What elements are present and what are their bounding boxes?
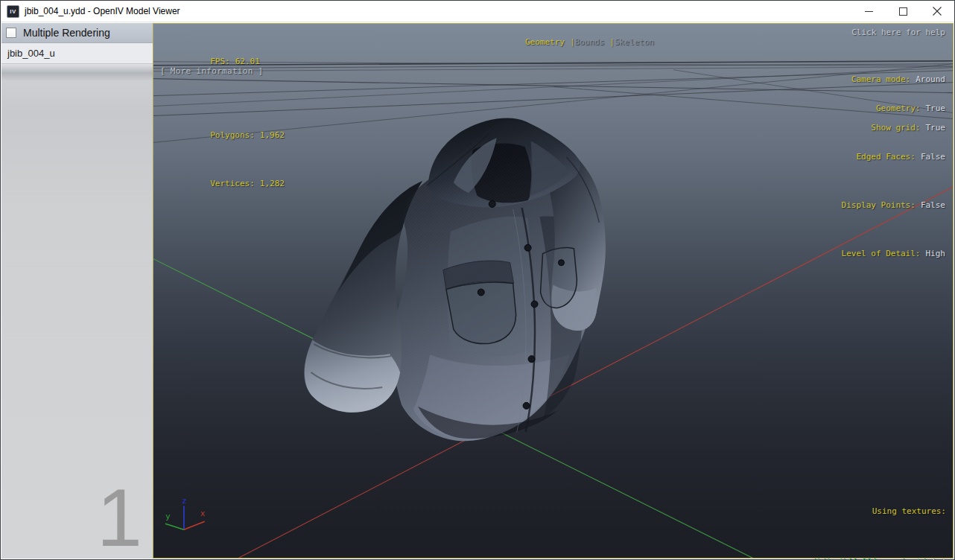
model-sidebar: Multiple Rendering jbib_004_u 1 [1,23,153,559]
display-points-label: Display Points: [842,200,916,210]
maximize-icon [899,7,907,16]
view-mode-tabs: Geometry|Bounds|Skeleton [486,28,654,57]
model-item-label: jbib_004_u [7,48,55,59]
close-icon [933,7,942,16]
minimize-button[interactable] [851,1,886,22]
sidebar-gradient-band [1,64,153,80]
vertices-value: 1,282 [260,179,285,188]
polygons-value: 1,962 [260,130,285,140]
fps-value: 62.01 [235,57,260,66]
display-points-value: False [921,200,945,210]
fps-label: FPS: [210,57,230,66]
more-information-link[interactable]: [ More information ] [160,66,263,76]
multiple-rendering-row: Multiple Rendering [1,23,153,43]
stats-gap [161,95,259,101]
help-link[interactable]: Click here for help [851,28,945,37]
window-controls [851,1,954,22]
texture-file-link[interactable]: jbib_diff_004_a_uni.ytd [813,557,926,560]
using-textures-header: Using textures: [764,505,946,518]
edged-faces-setting[interactable]: Edged Faces:False [792,142,945,171]
edged-faces-value: False [921,152,945,162]
window-title: jbib_004_u.ydd - OpenIV Model Viewer [25,6,180,16]
geometry-setting[interactable]: Geometry:True [792,94,945,123]
display-settings: Geometry:True Edged Faces:False Display … [792,74,945,287]
viewport-3d[interactable]: z y x FPS:62.01 Polygons:1,962 Vertices:… [153,23,954,559]
minimize-icon [865,7,873,16]
level-of-detail-setting[interactable]: Level of Detail:High [792,239,945,268]
gizmo-x-axis [184,521,205,529]
display-points-setting[interactable]: Display Points:False [792,191,945,220]
viewport-number-watermark: 1 [97,477,142,559]
close-button[interactable] [920,1,954,22]
remove-texture-button[interactable]: [-] [931,557,946,560]
shirt-denim-texture [393,121,600,441]
edged-faces-label: Edged Faces: [856,152,915,162]
polygons-line: Polygons:1,962 [161,121,259,150]
gizmo-y-axis [165,524,184,529]
polygons-label: Polygons: [210,130,255,140]
gizmo-y-label: y [165,512,171,521]
app-window: IV jbib_004_u.ydd - OpenIV Model Viewer [0,0,955,560]
tab-geometry[interactable]: Geometry [525,37,565,47]
shirt-model[interactable] [304,118,606,442]
geometry-value: True [926,104,946,113]
multiple-rendering-checkbox[interactable] [6,28,16,38]
vertices-label: Vertices: [210,179,255,188]
gizmo-x-label: x [200,509,206,518]
tab-bounds[interactable]: Bounds [575,37,605,47]
level-of-detail-label: Level of Detail: [842,249,921,258]
tab-separator: | [570,37,575,47]
texture-entry: jbib_diff_004_a_uni.ytd[-] [764,543,946,560]
vertices-line: Vertices:1,282 [161,169,259,198]
multiple-rendering-label: Multiple Rendering [23,27,110,39]
maximize-button[interactable] [886,1,920,22]
main-content: Multiple Rendering jbib_004_u 1 [1,23,954,559]
textures-panel: Using textures: jbib_diff_004_a_uni.ytd[… [764,480,946,560]
app-icon: IV [7,5,19,18]
tab-separator: | [609,37,615,47]
level-of-detail-value: High [926,249,946,258]
sidebar-item-model[interactable]: jbib_004_u [1,43,153,64]
gizmo-z-label: z [182,496,187,506]
title-bar: IV jbib_004_u.ydd - OpenIV Model Viewer [1,1,954,22]
geometry-label: Geometry: [876,104,921,113]
axis-gizmo: z y x [165,496,206,529]
tab-skeleton[interactable]: Skeleton [615,37,654,47]
render-stats: FPS:62.01 Polygons:1,962 Vertices:1,282 [161,28,259,217]
